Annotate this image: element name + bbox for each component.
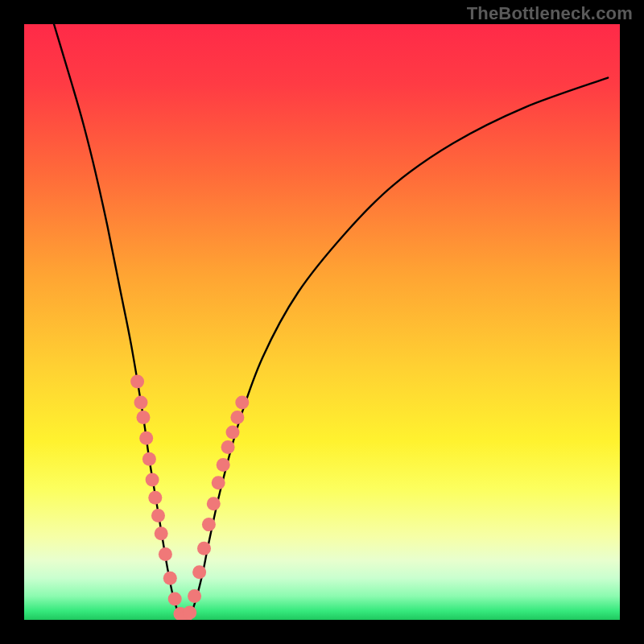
salmon-dot (183, 606, 196, 620)
salmon-dot (148, 491, 162, 505)
salmon-dot (130, 375, 144, 389)
chart-frame: TheBottleneck.com (0, 0, 644, 644)
salmon-dot (221, 440, 235, 454)
salmon-dot (235, 395, 249, 409)
watermark-text: TheBottleneck.com (467, 3, 633, 24)
salmon-dot (192, 565, 206, 579)
salmon-dot (188, 589, 201, 603)
salmon-dot (137, 411, 151, 424)
salmon-dot (197, 542, 211, 555)
salmon-dot (155, 526, 168, 540)
salmon-dot (159, 547, 172, 561)
salmon-dot (134, 395, 148, 409)
salmon-dot (226, 425, 240, 439)
plot-area (24, 24, 620, 620)
salmon-dot (207, 497, 221, 510)
salmon-dot (151, 509, 165, 522)
salmon-dot (142, 452, 156, 466)
salmon-dot (168, 592, 182, 606)
bottleneck-chart-svg (24, 24, 620, 620)
salmon-dot (230, 411, 244, 424)
salmon-dots-group (130, 375, 249, 621)
salmon-dot (212, 476, 225, 489)
salmon-dot (146, 473, 159, 487)
salmon-dot (139, 431, 153, 445)
bottleneck-curve (54, 24, 608, 620)
salmon-dot (163, 572, 177, 585)
salmon-dot (217, 458, 230, 472)
salmon-dot (202, 518, 216, 531)
